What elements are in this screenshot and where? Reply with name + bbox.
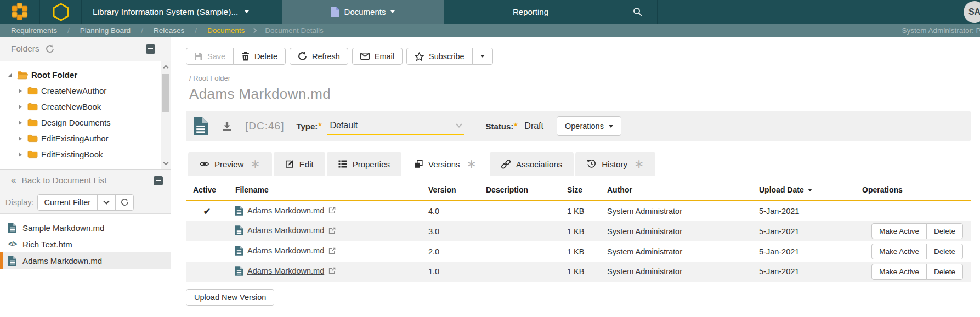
expander-open-icon[interactable] <box>8 73 12 77</box>
tab-associations[interactable]: Associations <box>490 152 574 176</box>
upload-new-version-button[interactable]: Upload New Version <box>186 289 274 306</box>
upload-date-cell: 5-Jan-2021 <box>752 241 855 262</box>
subscribe-more-button[interactable] <box>472 48 493 65</box>
display-filter-select[interactable]: Current Filter <box>38 195 98 210</box>
breadcrumb-requirements[interactable]: Requirements <box>11 26 57 35</box>
header-upload-date[interactable]: Upload Date <box>752 179 855 201</box>
tree-scrollbar[interactable] <box>161 61 171 169</box>
type-select[interactable]: Default <box>327 117 464 135</box>
tree-item-createnewbook[interactable]: CreateNewBook <box>0 99 171 115</box>
chevron-down-icon <box>480 55 485 58</box>
expander-closed-icon[interactable] <box>19 121 22 125</box>
version-file-link[interactable]: Adams Markdown.md <box>247 226 324 235</box>
document-id: [DC:46] <box>245 120 284 132</box>
header-description[interactable]: Description <box>479 179 560 201</box>
refresh-filter-button[interactable] <box>115 195 133 210</box>
save-icon <box>194 52 202 60</box>
external-link-icon[interactable] <box>328 247 336 254</box>
nav-tab-reporting[interactable]: Reporting <box>444 0 618 24</box>
delete-button[interactable]: Delete <box>233 48 286 65</box>
product-menu[interactable]: Library Information System (Sample)... <box>82 0 269 24</box>
list-item-rich-text[interactable]: </> Rich Text.htm <box>0 236 171 252</box>
main-panel: Save Delete <box>171 37 980 317</box>
tree-item-createnewauthor[interactable]: CreateNewAuthor <box>0 83 171 99</box>
version-file-link[interactable]: Adams Markdown.md <box>247 246 324 255</box>
tree-item-design-documents[interactable]: Design Documents <box>0 115 171 131</box>
table-header-row: Active Filename Version Description Size… <box>186 179 971 201</box>
sidebar: Folders Root Folder <box>0 37 171 317</box>
document-icon <box>235 206 243 216</box>
user-avatar[interactable]: SA <box>964 1 980 23</box>
size-cell: 1 KB <box>560 201 600 221</box>
external-link-icon[interactable] <box>328 207 336 214</box>
folder-icon <box>27 103 38 111</box>
workspace-logo[interactable] <box>40 0 82 24</box>
required-star-icon: ★ <box>513 122 518 127</box>
tab-properties[interactable]: Properties <box>327 152 401 176</box>
unsaved-asterisk-icon: ∗ <box>250 162 260 166</box>
download-button[interactable] <box>222 122 232 131</box>
author-cell: System Administrator <box>600 241 752 262</box>
email-button[interactable]: Email <box>352 48 403 65</box>
make-active-button[interactable]: Make Active <box>871 223 927 239</box>
expander-closed-icon[interactable] <box>19 137 22 141</box>
tab-preview[interactable]: Preview ∗ <box>188 152 272 176</box>
expander-closed-icon[interactable] <box>19 152 22 157</box>
breadcrumb-separator: / <box>195 26 197 35</box>
expander-closed-icon[interactable] <box>19 105 22 109</box>
document-list: Sample Markdown.md </> Rich Text.htm Ada… <box>0 214 171 317</box>
document-icon <box>235 246 243 256</box>
scroll-down-icon[interactable] <box>163 160 169 166</box>
header-size[interactable]: Size <box>560 179 600 201</box>
folder-tree: Root Folder CreateNewAuthor CreateNewBoo… <box>0 61 171 169</box>
refresh-icon <box>46 44 54 53</box>
nav-tab-documents[interactable]: Documents <box>282 0 444 24</box>
operations-menu-button[interactable]: Operations <box>557 116 621 136</box>
list-item-adams-markdown-selected[interactable]: Adams Markdown.md <box>0 252 171 269</box>
back-to-document-list-link[interactable]: « Back to Document List <box>11 175 107 186</box>
header-filename[interactable]: Filename <box>228 179 421 201</box>
table-row: Adams Markdown.md 3.0 1 KB System Admini… <box>186 221 971 241</box>
version-file-link[interactable]: Adams Markdown.md <box>247 206 324 215</box>
external-link-icon[interactable] <box>328 227 336 234</box>
filter-dropdown-button[interactable] <box>97 195 115 210</box>
make-active-button[interactable]: Make Active <box>871 264 927 280</box>
subscribe-button[interactable]: Subscribe <box>406 48 472 65</box>
type-label: Type:★ <box>296 122 322 131</box>
make-active-button[interactable]: Make Active <box>871 244 927 259</box>
breadcrumb-planning-board[interactable]: Planning Board <box>80 26 131 35</box>
external-link-icon[interactable] <box>328 267 336 274</box>
scroll-up-icon[interactable] <box>163 65 169 71</box>
refresh-icon <box>298 52 307 61</box>
delete-version-button[interactable]: Delete <box>926 223 963 239</box>
list-item-sample-markdown[interactable]: Sample Markdown.md <box>0 219 171 236</box>
search-button[interactable] <box>618 0 658 24</box>
refresh-button[interactable]: Refresh <box>290 48 348 65</box>
delete-version-button[interactable]: Delete <box>926 244 963 259</box>
breadcrumb-releases[interactable]: Releases <box>154 26 184 35</box>
tree-item-label: Root Folder <box>31 70 77 80</box>
tab-history[interactable]: History ∗ <box>575 152 655 176</box>
collapse-folders-button[interactable] <box>146 44 155 54</box>
breadcrumb-documents[interactable]: Documents <box>207 26 245 35</box>
delete-version-button[interactable]: Delete <box>926 264 963 280</box>
tree-item-editexistingbook[interactable]: EditExistingBook <box>0 146 171 162</box>
refresh-folders-button[interactable] <box>46 44 54 53</box>
tree-item-editexistingauthor[interactable]: EditExistingAuthor <box>0 131 171 146</box>
header-version[interactable]: Version <box>421 179 479 201</box>
scrollbar-thumb[interactable] <box>162 74 169 112</box>
header-active[interactable]: Active <box>186 179 228 201</box>
tree-item-root-folder[interactable]: Root Folder <box>0 67 171 83</box>
spira-logo[interactable] <box>0 0 40 24</box>
header-author[interactable]: Author <box>600 179 752 201</box>
expander-closed-icon[interactable] <box>19 89 22 93</box>
version-file-link[interactable]: Adams Markdown.md <box>247 267 324 275</box>
description-cell <box>479 262 560 282</box>
document-folder-path[interactable]: / Root Folder <box>189 74 980 82</box>
tab-versions[interactable]: Versions ∗ <box>403 152 488 176</box>
tab-edit[interactable]: Edit <box>274 152 325 176</box>
author-cell: System Administrator <box>600 221 752 241</box>
collapse-document-list-button[interactable] <box>154 176 163 185</box>
top-navbar: Library Information System (Sample)... D… <box>0 0 980 24</box>
history-icon <box>587 160 596 168</box>
